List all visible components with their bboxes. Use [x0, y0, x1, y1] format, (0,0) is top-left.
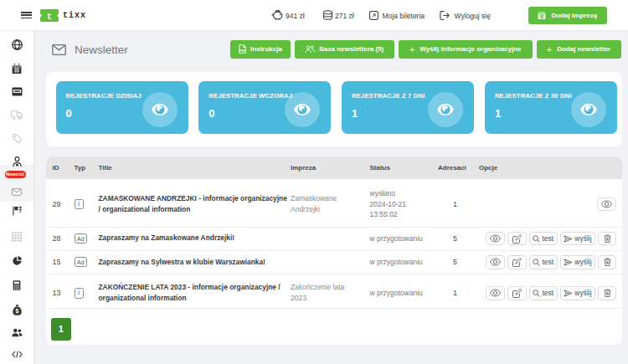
svg-text:t: t: [47, 12, 53, 22]
svg-text:PDF: PDF: [239, 49, 246, 53]
svg-text:$: $: [15, 308, 18, 315]
